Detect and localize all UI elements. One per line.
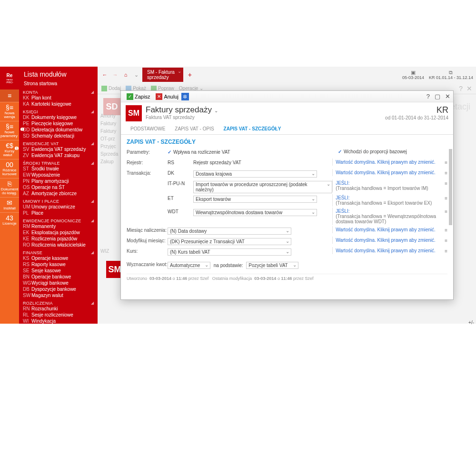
row-menu-icon[interactable]: ≡ xyxy=(442,247,447,254)
help-icon[interactable]: ? xyxy=(459,85,463,92)
rail-item[interactable]: 00Różnice kursowe xyxy=(0,159,19,178)
sidebar-item[interactable]: SESesje kasowe xyxy=(23,268,94,274)
wyzn-base-select[interactable]: Pozycje tabeli VAT xyxy=(246,262,298,269)
miesiac-select[interactable]: (N) Data dostawy xyxy=(168,228,291,235)
sidebar-item[interactable]: DKDokumenty księgowe xyxy=(23,115,94,121)
sidebar-item[interactable]: WGWyciągi bankowe xyxy=(23,280,94,287)
sidebar-item[interactable]: STŚrodki trwałe xyxy=(23,166,94,172)
tab-podstawowe[interactable]: PODSTAWOWE xyxy=(126,124,170,134)
dlg-close-icon[interactable]: ✕ xyxy=(445,93,450,100)
sidebar-item[interactable]: KKPlan kont xyxy=(23,95,94,101)
hint-link[interactable]: JEŚLI:(Transakcja handlowa = Eksport tow… xyxy=(332,194,442,207)
active-tab[interactable]: SM - Fakturasprzedaży ⌄ xyxy=(142,68,183,82)
nav-back-icon[interactable]: ← xyxy=(100,72,109,78)
sidebar-item[interactable]: EKEksploatacja pojazdów xyxy=(23,230,94,236)
hint-link[interactable]: Wartość domyślna. Kliknij prawym aby zmi… xyxy=(332,226,442,233)
tab-zapis-opis[interactable]: ZAPIS VAT - OPIS xyxy=(170,124,218,134)
sidebar-item[interactable]: AZAmortyzacje zbiorcze xyxy=(23,191,94,197)
check-icon[interactable]: ✓ xyxy=(338,149,342,154)
dlg-maximize-icon[interactable]: ▢ xyxy=(435,93,440,100)
wyzn-select[interactable]: Automatyczne xyxy=(168,262,210,269)
rail-item[interactable]: €$Kursy walut1 xyxy=(0,140,19,159)
sidebar-item[interactable]: SWMagazyn walut xyxy=(23,293,94,299)
date-picker-2[interactable]: ⧉KR 01.01.14 - 31.12.14 xyxy=(429,70,473,80)
sidebar-item[interactable]: EWWyposażenie xyxy=(23,172,94,178)
hint-link[interactable]: Wartość domyślna. Kliknij prawym aby zmi… xyxy=(332,247,442,254)
sidebar-item[interactable]: PLPłace xyxy=(23,210,94,217)
cancel-button[interactable]: ✕Anuluj xyxy=(153,93,181,100)
dialog-tabs: PODSTAWOWE ZAPIS VAT - OPIS ZAPIS VAT - … xyxy=(121,124,453,135)
rail-item[interactable]: §≡Nowa wersja xyxy=(0,102,19,121)
left-rail: Renexo·PRO· ≡ §≡Nowa wersja§≡Nowe parame… xyxy=(0,67,19,324)
sidebar-item[interactable]: RORozliczenia właścicielskie xyxy=(23,242,94,248)
row-menu-icon[interactable]: ≡ xyxy=(442,169,447,176)
sidebar-item[interactable]: PNPlany amortyzacji xyxy=(23,178,94,185)
sidebar-item[interactable]: SDSchematy dekretacji xyxy=(23,133,94,139)
sidebar-item[interactable]: ZVEwidencja VAT zakupu xyxy=(23,153,94,159)
row-menu-icon[interactable]: ≡ xyxy=(442,208,447,214)
settings-icon[interactable]: ✲ xyxy=(181,93,189,100)
sidebar-group-header[interactable]: EWIDENCJE POMOCNICZE◢ xyxy=(23,218,94,224)
sidebar-group-header[interactable]: UMOWY I PŁACE◢ xyxy=(23,198,94,204)
sidebar-item[interactable]: RSRaporty kasowe xyxy=(23,262,94,268)
nav-forward-icon[interactable]: → xyxy=(111,72,119,78)
sidebar-group-header[interactable]: FINANSE◢ xyxy=(23,249,94,256)
sidebar-item[interactable]: BNOperacje bankowe xyxy=(23,274,94,280)
modyf-select[interactable]: (DK) Przesunięcie z Transakcji VAT xyxy=(168,238,291,245)
sidebar-item[interactable]: RMRemanenty xyxy=(23,224,94,230)
rail-item[interactable]: 43Licencje xyxy=(0,212,19,228)
row-menu-icon[interactable]: ≡ xyxy=(442,194,447,201)
trans-select[interactable]: Eksport towarów xyxy=(193,196,317,203)
sidebar-item[interactable]: PEPieczęcie księgowe xyxy=(23,121,94,127)
tab-close-icon[interactable]: ⌄ xyxy=(178,69,181,74)
sidebar-group-header[interactable]: KSIĘGI◢ xyxy=(23,109,94,115)
module-sidebar: Lista modułów Strona startowa KONTA◢KKPl… xyxy=(19,67,98,324)
rail-item[interactable]: ⎘Dokument do księg. xyxy=(0,178,19,197)
sidebar-item[interactable]: SVEwidencja VAT sprzedaży xyxy=(23,147,94,153)
close-icon[interactable]: ✕ xyxy=(466,85,472,92)
hint-link[interactable]: JEŚLI:(Transakcja handlowa = Wewnątrzwsp… xyxy=(332,208,442,225)
hint-link[interactable]: Wartość domyślna. Kliknij prawym aby zmi… xyxy=(332,169,442,176)
sidebar-item[interactable]: KERozliczenia pojazdów xyxy=(23,236,94,242)
sidebar-item[interactable]: OSOperacje na ŚT xyxy=(23,185,94,191)
sidebar-group-header[interactable]: KONTA◢ xyxy=(23,89,94,95)
tb-add[interactable]: Dodaj xyxy=(101,86,121,91)
sidebar-group-header[interactable]: ŚRODKI TRWAŁE◢ xyxy=(23,160,94,166)
row-menu-icon[interactable]: ≡ xyxy=(442,237,447,243)
sidebar-group-header[interactable]: ROZLICZENIA◢ xyxy=(23,300,94,306)
row-menu-icon[interactable]: ≡ xyxy=(442,179,447,186)
sidebar-item[interactable]: DDDekretacja dokumentów xyxy=(23,127,94,133)
row-menu-icon[interactable]: ≡ xyxy=(442,226,447,233)
rail-item[interactable]: ✉InsMail xyxy=(0,197,19,212)
dlg-help-icon[interactable]: ? xyxy=(426,93,430,100)
hint-link[interactable]: Wartość domyślna. Kliknij prawym aby zmi… xyxy=(332,159,442,166)
row-menu-icon[interactable]: ≡ xyxy=(442,159,447,165)
sidebar-item[interactable]: RNRozrachunki xyxy=(23,306,94,312)
nav-home-icon[interactable]: ⌂ xyxy=(121,72,130,78)
sidebar-start[interactable]: Strona startowa xyxy=(19,80,98,88)
hint-link[interactable]: JEŚLI:(Transakcja handlowa = Import towa… xyxy=(332,179,442,192)
trans-select[interactable]: Import towarów w procedurze uproszczonej… xyxy=(193,181,332,193)
nav-menu-icon[interactable]: ⌄ xyxy=(132,72,140,78)
sidebar-item[interactable]: RLSesje rozliczeniowe xyxy=(23,312,94,318)
hint-link[interactable]: Wartość domyślna. Kliknij prawym aby zmi… xyxy=(332,237,442,244)
new-tab-icon[interactable]: + xyxy=(185,71,195,79)
check-icon[interactable]: ✓ xyxy=(168,149,171,155)
plus-minus[interactable]: +/- xyxy=(468,320,474,325)
trans-select[interactable]: Wewnątrzwspólnotowa dostawa towarów xyxy=(193,209,317,216)
sidebar-item[interactable]: WIWindykacja xyxy=(23,318,94,324)
hamburger-icon[interactable]: ≡ xyxy=(0,89,19,102)
sidebar-item[interactable]: UMUmowy pracownicze xyxy=(23,204,94,210)
trans-select[interactable]: Dostawa krajowa xyxy=(193,170,317,178)
scrollbar-thumb[interactable] xyxy=(449,149,452,225)
sidebar-item[interactable]: DBDyspozycje bankowe xyxy=(23,287,94,293)
save-button[interactable]: ✓Zapisz xyxy=(124,93,153,100)
date-picker-1[interactable]: ▣05-03-2014 xyxy=(402,70,424,80)
kurs-select[interactable]: (N) Kurs tabeli VAT xyxy=(168,248,291,256)
sidebar-item[interactable]: KAKartoteki księgowe xyxy=(23,101,94,108)
dialog-footer: Utworzono 03-03-2014 o 11:46 przez Szef … xyxy=(127,274,447,281)
tab-zapis-szczegoly[interactable]: ZAPIS VAT - SZCZEGÓŁY xyxy=(219,124,286,134)
sidebar-item[interactable]: KSOperacje kasowe xyxy=(23,256,94,262)
rail-item[interactable]: §≡Nowe parametry1 xyxy=(0,121,19,140)
sidebar-group-header[interactable]: EWIDENCJE VAT◢ xyxy=(23,140,94,147)
